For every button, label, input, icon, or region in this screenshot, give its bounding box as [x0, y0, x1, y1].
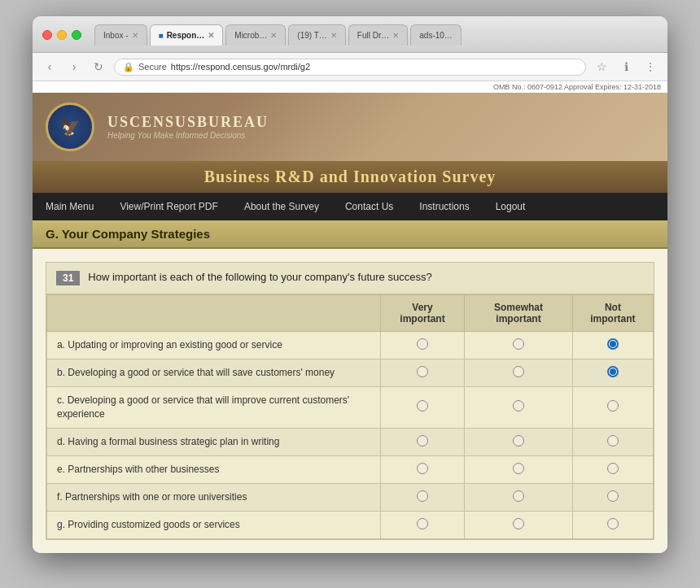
col-not-important: Not important: [572, 295, 653, 332]
radio-cell-not_important[interactable]: [572, 455, 653, 483]
bookmark-icon[interactable]: ☆: [593, 58, 610, 76]
tab-micro[interactable]: Microb… ✕: [225, 24, 286, 46]
omb-notice: OMB No.: 0607-0912 Approval Expires: 12-…: [33, 81, 667, 93]
lock-icon: 🔒: [123, 62, 134, 72]
forward-button[interactable]: ›: [65, 58, 83, 76]
radio-button[interactable]: [513, 463, 524, 474]
tab-twitter[interactable]: (19) T… ✕: [288, 24, 346, 46]
table-row: g. Providing customized goods or service…: [47, 511, 654, 538]
radio-cell-very_important[interactable]: [380, 511, 465, 538]
radio-button[interactable]: [607, 366, 619, 377]
row-label: f. Partnerships with one or more univers…: [47, 483, 381, 511]
radio-button[interactable]: [417, 463, 428, 474]
census-logo: 🦅: [46, 102, 94, 151]
question-number: 31: [56, 271, 80, 285]
radio-button[interactable]: [607, 463, 619, 474]
row-label: g. Providing customized goods or service…: [47, 511, 381, 538]
row-label: c. Developing a good or service that wil…: [47, 387, 381, 429]
question-block: 31 How important is each of the followin…: [46, 262, 654, 540]
radio-cell-very_important[interactable]: [380, 359, 465, 387]
tab-bar: Inbox - ✕ ■ Respon… ✕ Microb… ✕ (19) T… …: [94, 24, 658, 46]
menu-icon[interactable]: ⋮: [641, 58, 659, 76]
radio-cell-somewhat_important[interactable]: [465, 428, 572, 455]
address-bar[interactable]: 🔒 Secure https://respond.census.gov/mrdi…: [114, 59, 586, 76]
browser-window: Inbox - ✕ ■ Respon… ✕ Microb… ✕ (19) T… …: [33, 16, 667, 553]
radio-button[interactable]: [417, 490, 428, 502]
back-button[interactable]: ‹: [41, 58, 59, 76]
radio-button[interactable]: [513, 400, 524, 412]
radio-cell-not_important[interactable]: [572, 483, 653, 511]
radio-cell-not_important[interactable]: [572, 428, 653, 455]
radio-cell-not_important[interactable]: [572, 359, 653, 387]
tab-close-icon[interactable]: ✕: [270, 31, 277, 40]
tab-full-dr[interactable]: Full Dr… ✕: [348, 24, 408, 46]
site-header: 🦅 USCENSUSBUREAU Helping You Make Inform…: [33, 93, 667, 161]
tab-close-icon[interactable]: ✕: [330, 31, 337, 40]
close-button[interactable]: [42, 30, 52, 40]
browser-titlebar: Inbox - ✕ ■ Respon… ✕ Microb… ✕ (19) T… …: [33, 16, 667, 53]
radio-cell-very_important[interactable]: [380, 483, 465, 511]
nav-main-menu[interactable]: Main Menu: [33, 193, 107, 220]
radio-cell-somewhat_important[interactable]: [465, 483, 572, 511]
tab-inbox[interactable]: Inbox - ✕: [94, 24, 147, 46]
table-row: e. Partnerships with other businesses: [47, 455, 654, 483]
maximize-button[interactable]: [72, 30, 81, 40]
tab-close-icon[interactable]: ✕: [208, 31, 214, 40]
tab-label: (19) T…: [297, 31, 327, 40]
survey-title-bar: Business R&D and Innovation Survey: [33, 161, 667, 193]
radio-cell-somewhat_important[interactable]: [465, 332, 572, 359]
tab-close-icon[interactable]: ✕: [132, 31, 138, 40]
radio-cell-somewhat_important[interactable]: [465, 359, 572, 387]
row-label: b. Developing a good or service that wil…: [47, 359, 381, 387]
radio-button[interactable]: [513, 366, 524, 377]
table-row: d. Having a formal business strategic pl…: [47, 428, 654, 455]
col-somewhat-important: Somewhat important: [465, 295, 572, 332]
tab-ads[interactable]: ads-10…: [410, 24, 462, 46]
info-icon[interactable]: ℹ: [617, 58, 635, 76]
survey-title: Business R&D and Innovation Survey: [39, 168, 661, 186]
radio-cell-very_important[interactable]: [380, 455, 465, 483]
nav-logout[interactable]: Logout: [483, 193, 539, 220]
nav-instructions[interactable]: Instructions: [406, 193, 482, 220]
header-text: USCENSUSBUREAU Helping You Make Informed…: [107, 114, 269, 140]
radio-cell-very_important[interactable]: [380, 332, 465, 359]
table-row: c. Developing a good or service that wil…: [47, 387, 654, 429]
radio-button[interactable]: [607, 435, 619, 446]
radio-button[interactable]: [417, 366, 428, 377]
radio-button[interactable]: [513, 338, 524, 350]
table-row: a. Updating or improving an existing goo…: [47, 332, 654, 359]
radio-cell-somewhat_important[interactable]: [465, 387, 572, 429]
section-header: G. Your Company Strategies: [33, 220, 667, 249]
minimize-button[interactable]: [57, 30, 67, 40]
tab-close-icon[interactable]: ✕: [392, 31, 399, 40]
radio-button[interactable]: [417, 400, 428, 412]
radio-cell-very_important[interactable]: [380, 387, 465, 429]
nav-print-pdf[interactable]: View/Print Report PDF: [107, 193, 231, 220]
options-table: Very important Somewhat important Not im…: [46, 294, 654, 539]
radio-button[interactable]: [607, 518, 619, 529]
radio-cell-not_important[interactable]: [572, 332, 653, 359]
radio-button[interactable]: [417, 518, 428, 529]
radio-cell-not_important[interactable]: [572, 387, 653, 429]
radio-button[interactable]: [513, 435, 524, 446]
reload-button[interactable]: ↻: [90, 58, 107, 76]
radio-button[interactable]: [607, 400, 619, 412]
secure-label: Secure: [138, 62, 167, 72]
radio-cell-somewhat_important[interactable]: [465, 511, 572, 538]
radio-button[interactable]: [607, 490, 619, 502]
radio-cell-very_important[interactable]: [380, 428, 465, 455]
tab-label: Respon…: [167, 31, 205, 40]
nav-about-survey[interactable]: About the Survey: [231, 193, 332, 220]
address-text: https://respond.census.gov/mrdi/g2: [171, 62, 310, 72]
radio-button[interactable]: [513, 490, 524, 502]
col-very-important: Very important: [380, 295, 465, 332]
radio-button[interactable]: [513, 518, 524, 529]
radio-button[interactable]: [417, 435, 428, 446]
radio-button[interactable]: [417, 338, 428, 350]
nav-contact-us[interactable]: Contact Us: [332, 193, 406, 220]
radio-button[interactable]: [607, 338, 619, 350]
radio-cell-not_important[interactable]: [572, 511, 653, 538]
radio-cell-somewhat_important[interactable]: [465, 455, 572, 483]
question-header: 31 How important is each of the followin…: [46, 263, 654, 294]
tab-respond[interactable]: ■ Respon… ✕: [150, 24, 224, 46]
